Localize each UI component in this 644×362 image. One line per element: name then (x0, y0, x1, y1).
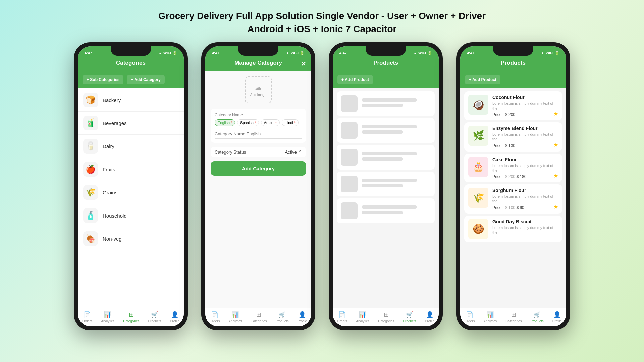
nav-analytics-4[interactable]: 📊 Analytics (483, 311, 497, 323)
analytics-icon: 📊 (104, 311, 111, 318)
skeleton-image (341, 122, 358, 139)
favorite-icon: ★ (553, 111, 558, 117)
phone-manage-category: 4:47 ▲ WiFi 🔋 Manage Category ✕ ☁ Add Im… (201, 42, 315, 330)
categories-action-row: + Sub Categories + Add Category (78, 71, 184, 88)
nav-profile[interactable]: 👤 Profile (170, 311, 179, 323)
nav-products[interactable]: 🛒 Products (148, 311, 161, 323)
add-category-button[interactable]: + Add Category (127, 75, 165, 84)
nav-profile-2[interactable]: 👤 Profile (298, 311, 307, 323)
phone-products-data: 4:47 ▲ WiFi 🔋 Products + Add Product � (456, 42, 570, 330)
nav-analytics-3[interactable]: 📊 Analytics (356, 311, 369, 323)
product-image-coconut: 🥥 (468, 95, 488, 115)
product-card-coconut-flour[interactable]: 🥥 Coconut Flour Lorem Ipsum is simply du… (464, 91, 562, 120)
phone-categories: 4:47 ▲ WiFi 🔋 Categories + Sub Categorie… (74, 42, 188, 330)
category-status-row: Category Status Active ⌃ (211, 147, 306, 157)
nav-orders-3[interactable]: 📄 Orders (337, 311, 347, 323)
image-upload[interactable]: ☁ Add Image (245, 76, 272, 103)
product-image-enzyme: 🌿 (468, 126, 488, 146)
skeleton-image (341, 149, 358, 166)
list-item[interactable]: 🧴 Household (78, 204, 184, 227)
phone-products-skeleton: 4:47 ▲ WiFi 🔋 Products + Add Product (329, 42, 443, 330)
nav-products-4[interactable]: 🛒 Products (530, 311, 543, 323)
add-category-submit-button[interactable]: Add Category (211, 161, 306, 176)
nav-analytics-2[interactable]: 📊 Analytics (228, 311, 242, 323)
lang-tab-arabic[interactable]: Arabic * (261, 119, 280, 126)
skeleton-item (337, 172, 435, 196)
products-icon: 🛒 (151, 311, 158, 318)
chevron-icon: ⌃ (298, 149, 302, 155)
beverages-icon: 🧃 (83, 116, 98, 130)
lang-tab-spanish[interactable]: Spanish * (237, 119, 259, 126)
close-button[interactable]: ✕ (301, 60, 306, 68)
phone-notch-2 (238, 46, 278, 56)
nav-categories[interactable]: ⊞ Categories (123, 311, 139, 323)
favorite-icon: ★ (553, 173, 558, 179)
add-product-button-4[interactable]: + Add Product (465, 75, 500, 84)
skeleton-item (337, 198, 435, 223)
nav-products-2[interactable]: 🛒 Products (275, 311, 288, 323)
orders-icon-2: 📄 (211, 311, 218, 318)
category-status-value[interactable]: Active ⌃ (285, 149, 302, 155)
nonveg-icon: 🍖 (83, 231, 98, 246)
nav-categories-3[interactable]: ⊞ Categories (378, 311, 394, 323)
category-name-label: Category Name (215, 113, 302, 117)
nav-categories-2[interactable]: ⊞ Categories (251, 311, 267, 323)
skeleton-item (337, 145, 435, 170)
categories-icon: ⊞ (129, 311, 134, 318)
lang-tab-english[interactable]: English * (215, 119, 235, 126)
household-icon: 🧴 (83, 208, 98, 223)
skeleton-image (341, 202, 358, 219)
products-header-4: Products (460, 57, 566, 71)
lang-tab-hindi[interactable]: Hindi * (282, 119, 299, 126)
nav-analytics[interactable]: 📊 Analytics (101, 311, 114, 323)
skeleton-products-list (333, 88, 439, 308)
skeleton-item (337, 91, 435, 116)
products-icon-4: 🛒 (533, 311, 541, 318)
skeleton-image (341, 176, 358, 192)
product-card-sorghum-flour[interactable]: 🌾 Sorghum Flour Lorem Ipsum is simply du… (464, 184, 562, 214)
analytics-icon-4: 📊 (486, 311, 494, 318)
list-item[interactable]: 🥛 Dairy (78, 135, 184, 158)
phones-row: 4:47 ▲ WiFi 🔋 Categories + Sub Categorie… (60, 42, 584, 330)
upload-icon: ☁ (255, 83, 262, 92)
list-item[interactable]: 🍞 Backery (78, 88, 184, 112)
products-scroll-list: 🥥 Coconut Flour Lorem Ipsum is simply du… (460, 88, 566, 308)
nav-orders-4[interactable]: 📄 Orders (465, 311, 475, 323)
list-item[interactable]: 🍖 Non-veg (78, 227, 184, 250)
analytics-icon-3: 📊 (359, 311, 366, 318)
phone-notch-3 (366, 46, 406, 56)
category-name-section: Category Name English * Spanish * Arabic (211, 109, 306, 143)
lang-tabs: English * Spanish * Arabic * Hindi (215, 119, 302, 126)
categories-icon-2: ⊞ (256, 311, 261, 318)
manage-category-form: ☁ Add Image Category Name English * Span… (205, 71, 311, 308)
product-card-good-day-biscuit[interactable]: 🍪 Good Day Biscuit Lorem Ipsum is simply… (464, 216, 562, 242)
nav-profile-3[interactable]: 👤 Profile (425, 311, 434, 323)
list-item[interactable]: 🍎 Fruits (78, 158, 184, 181)
nav-profile-4[interactable]: 👤 Profile (552, 311, 562, 323)
product-image-cake: 🎂 (468, 157, 488, 177)
page-title: Grocery Delivery Full App Solution Singl… (158, 9, 486, 36)
products-icon-2: 🛒 (278, 311, 286, 318)
profile-icon-4: 👤 (553, 311, 561, 318)
products-action-row-4: + Add Product (460, 71, 566, 88)
phone-notch-4 (493, 46, 533, 56)
product-card-enzyme-flour[interactable]: 🌿 Enzyme Blend Flour Lorem Ipsum is simp… (464, 122, 562, 152)
nav-orders[interactable]: 📄 Orders (82, 311, 93, 323)
products-action-row-3: + Add Product (333, 71, 439, 88)
products-icon-3: 🛒 (406, 311, 413, 318)
nav-products-3[interactable]: 🛒 Products (403, 311, 416, 323)
skeleton-image (341, 95, 358, 112)
bottom-nav-1: 📄 Orders 📊 Analytics ⊞ Categories 🛒 Prod… (78, 308, 184, 326)
product-card-cake-flour[interactable]: 🎂 Cake Flour Lorem Ipsum is simply dummy… (464, 154, 562, 183)
grains-icon: 🌾 (83, 185, 98, 200)
category-name-input[interactable] (215, 129, 302, 139)
list-item[interactable]: 🧃 Beverages (78, 112, 184, 135)
nav-orders-2[interactable]: 📄 Orders (210, 311, 220, 323)
list-item[interactable]: 🌾 Grains (78, 181, 184, 204)
fruits-icon: 🍎 (83, 162, 98, 177)
add-product-button-3[interactable]: + Add Product (337, 75, 373, 84)
sub-categories-button[interactable]: + Sub Categories (83, 75, 123, 84)
analytics-icon-2: 📊 (231, 311, 239, 318)
backery-icon: 🍞 (83, 93, 98, 107)
nav-categories-4[interactable]: ⊞ Categories (505, 311, 522, 323)
